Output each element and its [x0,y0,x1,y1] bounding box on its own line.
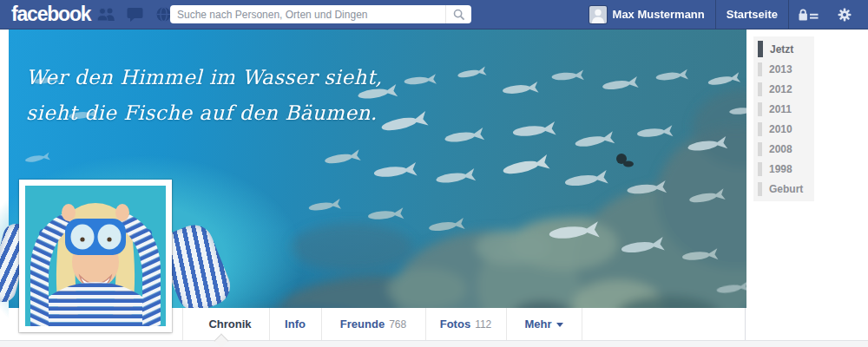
cover-quote-text: Wer den Himmel im Wasser sieht, sieht di… [26,60,382,131]
lock-icon [799,9,819,21]
messages-icon[interactable] [124,7,145,23]
tab-mehr[interactable]: Mehr [506,308,582,340]
tab-count: 768 [389,318,406,331]
tab-count: 112 [475,318,491,331]
friend-requests-icon[interactable] [95,7,116,23]
timeline-tick [758,182,762,196]
top-navigation-bar: facebook [0,0,868,29]
timeline-item-2010[interactable]: 2010 [753,120,814,138]
timeline-year-nav: Jetzt 2013 2012 2011 2010 2008 1998 Geb [753,36,814,201]
dark-spot [616,154,634,167]
profile-photo-graphic [25,186,166,326]
chevron-down-icon [556,323,563,327]
timeline-tick [758,41,763,57]
tab-divider [582,308,582,340]
search-button[interactable] [445,5,471,23]
quote-line-2: sieht die Fische auf den Bäumen. [26,95,382,131]
timeline-item-2011[interactable]: 2011 [753,100,814,118]
home-link[interactable]: Startseite [716,8,788,21]
page-bottom-strip [0,340,868,347]
gear-icon [838,8,852,22]
tab-label: Mehr [524,318,551,331]
avatar[interactable] [589,6,607,23]
tab-chronik[interactable]: Chronik [191,308,269,340]
quote-line-1: Wer den Himmel im Wasser sieht, [26,60,382,95]
timeline-item-2008[interactable]: 2008 [753,140,814,158]
tab-fotos[interactable]: Fotos 112 [425,308,506,340]
timeline-item-2012[interactable]: 2012 [753,80,814,98]
profile-name-link[interactable]: Max Mustermann [613,8,715,21]
settings-button[interactable] [828,0,861,29]
timeline-tick [758,82,762,96]
topbar-icon-group [95,0,174,29]
timeline-tick [758,162,762,176]
timeline-item-geburt[interactable]: Geburt [753,180,814,198]
search-box [170,5,471,23]
profile-picture[interactable] [19,180,172,332]
tab-label: Info [285,318,306,331]
tab-label: Chronik [208,318,251,331]
tab-info[interactable]: Info [269,308,321,340]
timeline-tick [758,102,762,116]
timeline-item-2013[interactable]: 2013 [753,60,814,78]
tab-label: Fotos [440,318,470,331]
timeline-tick [758,142,762,156]
search-input[interactable] [170,9,445,21]
timeline-tick [758,62,762,76]
timeline-item-jetzt[interactable]: Jetzt [753,40,814,58]
avatar-silhouette-icon [589,6,607,23]
tab-divider [182,308,183,340]
search-icon [453,9,465,21]
timeline-item-1998[interactable]: 1998 [753,160,814,178]
facebook-logo[interactable]: facebook [11,3,90,26]
facebook-profile-page: facebook [0,0,868,347]
timeline-tick [758,122,762,136]
privacy-shortcuts-button[interactable] [789,0,828,29]
tab-freunde[interactable]: Freunde 768 [321,308,425,340]
topbar-right-cluster: Max Mustermann Startseite [589,0,861,29]
tab-label: Freunde [340,318,385,331]
